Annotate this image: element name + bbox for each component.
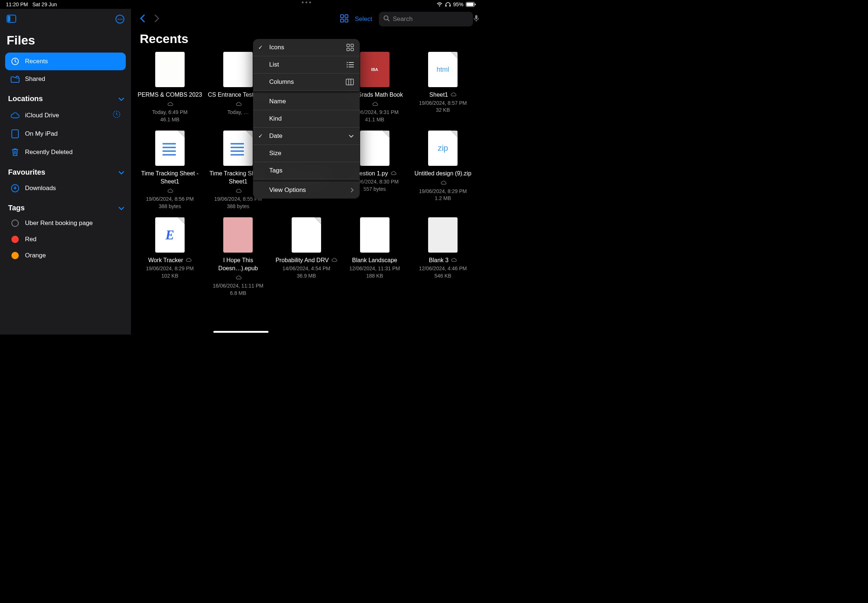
status-date: Sat 29 Jun [32, 2, 57, 7]
cloud-status-icon [391, 170, 396, 178]
file-item[interactable]: EWork Tracker19/06/2024, 8:29 PM102 KB [138, 217, 202, 297]
svg-point-25 [347, 64, 348, 65]
sidebar-item-label: Shared [25, 76, 121, 83]
cloud-status-icon [331, 256, 337, 264]
svg-rect-20 [351, 44, 353, 47]
file-date: 19/06/2024, 8:56 PM [146, 196, 194, 203]
forward-button[interactable] [154, 14, 159, 24]
sidebar-item-label: Red [25, 236, 121, 243]
section-title: Favourites [8, 168, 45, 176]
section-head-tags[interactable]: Tags [5, 197, 126, 215]
file-thumbnail: zip [428, 130, 458, 166]
sidebar-item-recents[interactable]: Recents [5, 53, 126, 70]
trash-icon [10, 147, 20, 157]
file-item[interactable]: htmlSheet119/06/2024, 8:57 PM32 KB [410, 52, 475, 123]
cloud-status-icon [451, 256, 457, 264]
file-item[interactable]: Blank 312/06/2024, 4:46 PM546 KB [410, 217, 475, 297]
menu-label: Columns [269, 78, 294, 86]
cloud-status-icon [372, 100, 378, 108]
sidebar-item-label: Orange [25, 252, 121, 259]
search-box[interactable] [379, 12, 473, 26]
file-size: 46.1 MB [160, 116, 179, 124]
file-item[interactable]: PERMS & COMBS 2023Today, 6:49 PM46.1 MB [138, 52, 202, 123]
home-indicator[interactable] [214, 331, 269, 333]
section-title: Locations [8, 94, 43, 103]
cloud-status-icon [167, 100, 173, 108]
file-item[interactable]: zipUntitled design (9).zip19/06/2024, 8:… [410, 130, 475, 210]
file-thumbnail [223, 217, 253, 253]
sidebar-item-onipad[interactable]: On My iPad [5, 125, 126, 143]
chevron-down-icon [349, 135, 354, 138]
headphones-icon [445, 2, 451, 7]
section-head-locations[interactable]: Locations [5, 88, 126, 106]
file-name: Time Tracking Sheet - Sheet1 [138, 170, 202, 195]
menu-item-viewoptions[interactable]: View Options [253, 182, 360, 199]
menu-label: Size [269, 150, 282, 157]
menu-item-kind[interactable]: Kind [253, 110, 360, 128]
shared-folder-icon [10, 75, 20, 83]
multitask-grabber-icon[interactable] [302, 2, 311, 3]
svg-rect-1 [449, 5, 450, 7]
svg-rect-4 [475, 4, 475, 6]
file-size: 102 KB [161, 272, 178, 280]
file-name: Probability And DRV [275, 256, 337, 264]
sidebar: Files Recents Shared Locations iCloud Dr… [0, 9, 131, 335]
list-icon [347, 62, 354, 68]
wifi-icon [436, 2, 443, 7]
select-button[interactable]: Select [355, 15, 372, 23]
file-name: Work Tracker [148, 256, 192, 264]
file-size: 188 KB [366, 272, 383, 280]
file-name: Blank 3 [429, 256, 457, 264]
svg-rect-21 [347, 48, 350, 51]
menu-label: View Options [269, 186, 306, 194]
menu-item-size[interactable]: Size [253, 145, 360, 162]
menu-item-list[interactable]: List [253, 56, 360, 74]
cloud-status-icon [167, 187, 173, 195]
svg-rect-22 [351, 48, 353, 51]
battery-percent: 95% [453, 2, 463, 7]
sidebar-item-deleted[interactable]: Recently Deleted [5, 143, 126, 161]
svg-rect-28 [349, 66, 354, 67]
file-date: Today, … [227, 109, 249, 116]
svg-rect-3 [467, 3, 474, 6]
svg-rect-6 [8, 16, 10, 22]
svg-point-23 [347, 62, 348, 63]
file-item[interactable]: Blank Landscape12/06/2024, 11:31 PM188 K… [342, 217, 407, 297]
file-thumbnail [360, 130, 390, 166]
sidebar-item-tag-orange[interactable]: Orange [5, 247, 126, 264]
sidebar-item-tag-uber[interactable]: Uber Rent booking page [5, 215, 126, 231]
cloud-status-icon [450, 91, 456, 99]
menu-item-name[interactable]: Name [253, 93, 360, 110]
svg-rect-24 [349, 62, 354, 63]
svg-rect-13 [340, 15, 343, 18]
sidebar-item-shared[interactable]: Shared [5, 70, 126, 88]
file-thumbnail: html [428, 52, 458, 87]
file-item[interactable]: Time Tracking Sheet - Sheet119/06/2024, … [138, 130, 202, 210]
sidebar-item-label: Downloads [25, 185, 121, 192]
file-name: Untitled design (9).zip [410, 170, 475, 187]
menu-item-icons[interactable]: ✓ Icons [253, 39, 360, 56]
menu-label: Tags [269, 167, 282, 174]
file-size: 388 bytes [158, 203, 181, 210]
search-input[interactable] [393, 15, 471, 23]
sidebar-item-tag-red[interactable]: Red [5, 231, 126, 247]
menu-label: Kind [269, 115, 282, 122]
file-item[interactable]: Probability And DRV14/06/2024, 4:54 PM36… [274, 217, 339, 297]
content-area: Select Recents PERMS & COMBS 2023Today, … [131, 9, 482, 335]
sidebar-item-downloads[interactable]: Downloads [5, 179, 126, 197]
tag-dot-icon [10, 220, 20, 227]
section-head-favourites[interactable]: Favourites [5, 161, 126, 179]
back-button[interactable] [140, 14, 145, 24]
mic-icon[interactable] [474, 15, 479, 23]
svg-rect-18 [475, 15, 477, 19]
more-options-icon[interactable] [116, 15, 124, 23]
sidebar-toggle-icon[interactable] [7, 15, 16, 24]
cloud-status-icon [186, 256, 192, 264]
sidebar-item-icloud[interactable]: iCloud Drive [5, 106, 126, 125]
view-mode-button[interactable] [340, 14, 348, 24]
menu-item-date[interactable]: ✓ Date [253, 128, 360, 145]
menu-item-columns[interactable]: Columns [253, 74, 360, 91]
file-item[interactable]: I Hope This Doesn…).epub16/06/2024, 11:1… [206, 217, 271, 297]
tag-dot-icon [10, 236, 20, 243]
menu-item-tags[interactable]: Tags [253, 162, 360, 179]
